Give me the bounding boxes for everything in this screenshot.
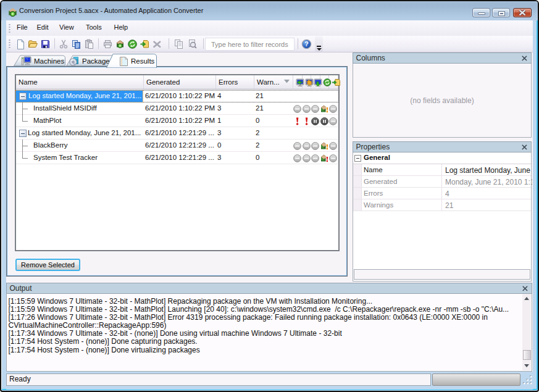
- svg-text:?: ?: [304, 40, 308, 48]
